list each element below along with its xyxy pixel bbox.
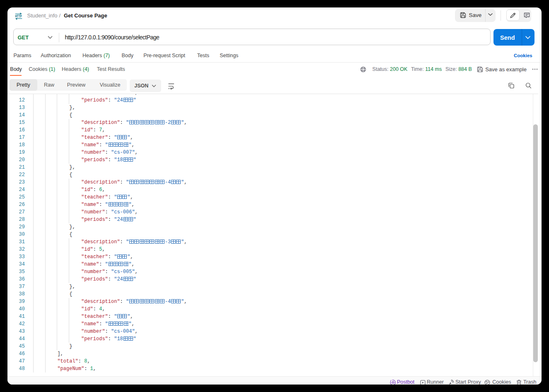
- svg-text:HTTP: HTTP: [15, 14, 22, 18]
